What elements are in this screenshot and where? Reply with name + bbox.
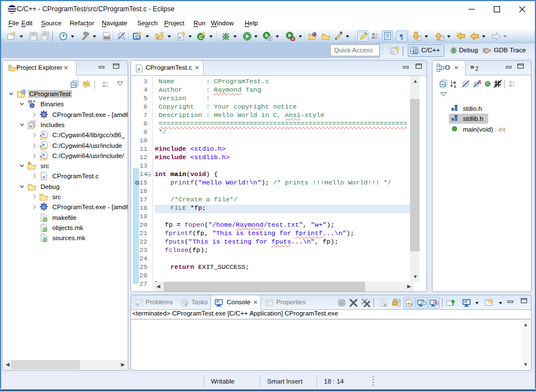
- svg-text:010: 010: [104, 36, 110, 40]
- svg-text:C: C: [415, 49, 417, 53]
- svg-text:h: h: [43, 142, 45, 146]
- svg-text:10: 10: [28, 100, 33, 103]
- svg-text:h: h: [29, 124, 32, 129]
- svg-text:¶: ¶: [399, 32, 403, 40]
- svg-text:.c: .c: [42, 174, 46, 179]
- svg-text:h: h: [43, 152, 45, 156]
- svg-text:C: C: [136, 34, 139, 39]
- svg-text:h: h: [43, 132, 45, 136]
- svg-text:c: c: [179, 35, 182, 40]
- svg-text:z: z: [454, 84, 456, 89]
- svg-text:.c: .c: [137, 66, 141, 71]
- svg-text:C: C: [22, 90, 25, 94]
- svg-text:c: c: [157, 35, 159, 39]
